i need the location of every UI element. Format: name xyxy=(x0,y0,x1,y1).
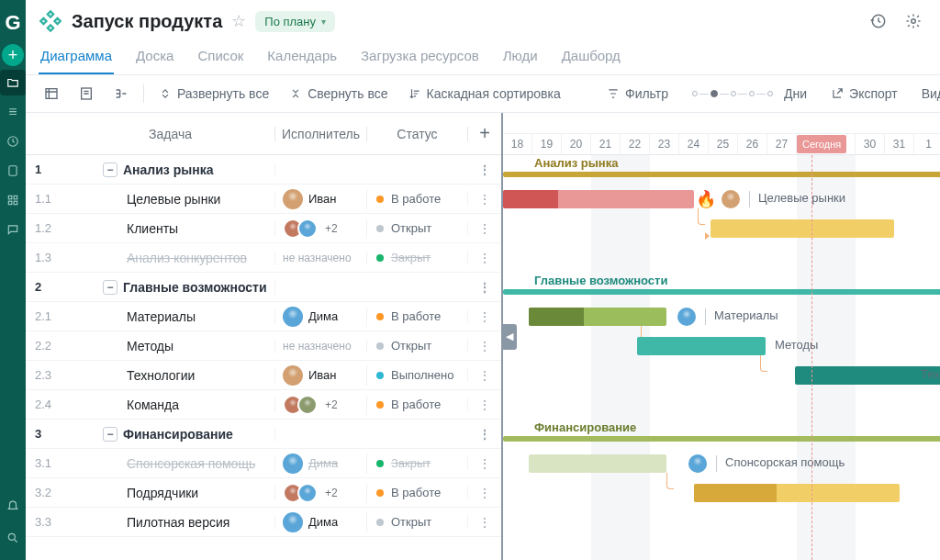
history-icon[interactable] xyxy=(867,9,890,33)
gantt-bar-label: Технологии xyxy=(921,367,940,381)
col-status[interactable]: Статус xyxy=(367,127,468,141)
row-menu-icon[interactable]: ⋮ xyxy=(468,162,501,177)
gantt-group-bar[interactable] xyxy=(503,289,940,295)
cascade-sort-button[interactable]: Каскадная сортировка xyxy=(403,83,566,105)
row-menu-icon[interactable]: ⋮ xyxy=(468,368,501,383)
avatar xyxy=(283,454,303,474)
svg-point-6 xyxy=(8,533,15,540)
filter-button[interactable]: Фильтр xyxy=(601,83,674,105)
row-menu-icon[interactable]: ⋮ xyxy=(468,251,501,265)
tab-dashboard[interactable]: Дашборд xyxy=(560,42,622,74)
task-row[interactable]: 3.3 Пилотная версия Дима Открыт ⋮ xyxy=(26,508,501,537)
svg-rect-3 xyxy=(14,196,17,199)
view-tabs: Диаграмма Доска Список Календарь Загрузк… xyxy=(26,39,940,75)
sidebar-folder-icon[interactable] xyxy=(0,70,26,95)
add-column-button[interactable]: + xyxy=(468,123,501,144)
sidebar-doc-icon[interactable] xyxy=(0,158,26,184)
row-menu-icon[interactable]: ⋮ xyxy=(468,339,501,353)
task-row[interactable]: 3.1 Спонсорская помощь Дима Закрыт ⋮ xyxy=(26,449,501,478)
avatar xyxy=(283,365,303,386)
svg-rect-1 xyxy=(9,166,17,176)
group-row[interactable]: 1 −Анализ рынка ⋮ xyxy=(26,155,501,185)
sidebar-add-button[interactable]: + xyxy=(2,44,24,66)
gantt-avatar xyxy=(687,453,709,475)
status-label: По плану xyxy=(264,15,316,28)
gantt-bar[interactable] xyxy=(694,484,900,502)
gantt-bar[interactable] xyxy=(637,337,766,355)
gantt-group-bar[interactable] xyxy=(503,172,940,177)
tab-list[interactable]: Список xyxy=(196,42,245,74)
sidebar-bell-icon[interactable] xyxy=(0,494,26,520)
gantt-bar[interactable] xyxy=(529,308,666,326)
tab-diagram[interactable]: Диаграмма xyxy=(39,42,114,74)
export-button[interactable]: Экспорт xyxy=(825,83,903,105)
sidebar-grid-icon[interactable] xyxy=(0,187,26,213)
more-icon[interactable]: ⋯ xyxy=(936,9,940,33)
row-menu-icon[interactable]: ⋮ xyxy=(468,192,501,207)
row-menu-icon[interactable]: ⋮ xyxy=(468,456,501,471)
sidebar-clock-icon[interactable] xyxy=(0,129,26,154)
task-row[interactable]: 3.2 Подрядчики +2 В работе ⋮ xyxy=(26,478,501,508)
group-row[interactable]: 2 −Главные возможности ⋮ xyxy=(26,273,501,302)
project-header: Запуск продукта ☆ По плану ▾ ⋯ xyxy=(26,0,940,39)
gantt-group-label: Главные возможности xyxy=(534,274,667,287)
gantt-bar-label: Спонсорская помощь xyxy=(725,455,845,469)
col-task[interactable]: Задача xyxy=(66,127,275,141)
star-icon[interactable]: ☆ xyxy=(231,11,246,31)
tab-calendar[interactable]: Календарь xyxy=(265,42,339,74)
gantt-chart[interactable]: ◀ 18 19 20 21 22 23 24 25 26 27 28 xyxy=(503,113,940,560)
tab-board[interactable]: Доска xyxy=(134,42,175,74)
columns-icon[interactable] xyxy=(39,83,64,105)
zoom-control[interactable]: Дни xyxy=(687,83,812,105)
row-menu-icon[interactable]: ⋮ xyxy=(468,221,501,236)
row-menu-icon[interactable]: ⋮ xyxy=(468,280,501,295)
row-menu-icon[interactable]: ⋮ xyxy=(468,309,501,324)
gantt-bar[interactable] xyxy=(795,366,940,385)
project-title: Запуск продукта xyxy=(72,11,222,32)
col-assignee[interactable]: Исполнитель xyxy=(275,127,367,141)
collapse-icon[interactable]: − xyxy=(103,162,118,177)
task-row[interactable]: 2.4 Команда +2 В работе ⋮ xyxy=(26,390,501,420)
tab-people[interactable]: Люди xyxy=(501,42,540,74)
app-logo: G xyxy=(5,7,20,40)
overdue-flame-icon: 🔥 xyxy=(696,189,716,209)
svg-rect-8 xyxy=(46,89,57,99)
task-row[interactable]: 1.1 Целевые рынки Иван В работе ⋮ xyxy=(26,185,501,214)
sidebar-menu-icon[interactable]: ≡ xyxy=(0,99,26,125)
group-row[interactable]: 3 −Финансирование ⋮ xyxy=(26,420,501,449)
project-status-pill[interactable]: По плану ▾ xyxy=(255,11,335,32)
task-row[interactable]: 1.2 Клиенты +2 Открыт ⋮ xyxy=(26,214,501,243)
avatar xyxy=(283,512,303,532)
today-line xyxy=(811,155,812,560)
project-icon xyxy=(39,9,62,33)
gantt-avatar xyxy=(676,306,698,328)
collapse-icon[interactable]: − xyxy=(103,427,118,442)
gantt-group-label: Финансирование xyxy=(534,420,636,434)
avatar xyxy=(283,189,303,209)
wbs-icon[interactable] xyxy=(108,83,134,105)
view-button[interactable]: Вид ▾ xyxy=(916,83,940,105)
row-menu-icon[interactable]: ⋮ xyxy=(468,515,501,530)
row-menu-icon[interactable]: ⋮ xyxy=(468,486,501,500)
tab-workload[interactable]: Загрузка ресурсов xyxy=(359,42,481,74)
collapse-icon[interactable]: − xyxy=(103,280,118,295)
task-pane-icon[interactable] xyxy=(73,83,99,105)
gantt-bar[interactable] xyxy=(711,219,894,238)
sidebar-search-icon[interactable] xyxy=(0,525,26,551)
expand-all-button[interactable]: Развернуть все xyxy=(153,83,274,105)
sidebar-chat-icon[interactable] xyxy=(0,217,26,242)
settings-icon[interactable] xyxy=(901,9,925,33)
row-menu-icon[interactable]: ⋮ xyxy=(468,427,501,442)
task-row[interactable]: 2.2 Методы не назначено Открыт ⋮ xyxy=(26,331,501,361)
collapse-all-button[interactable]: Свернуть все xyxy=(284,83,393,105)
row-menu-icon[interactable]: ⋮ xyxy=(468,398,501,412)
gantt-group-bar[interactable] xyxy=(503,436,940,442)
gantt-bar-label: Материалы xyxy=(714,308,778,322)
today-marker: Сегодня xyxy=(797,135,846,153)
svg-point-7 xyxy=(912,19,916,24)
task-row[interactable]: 1.3 Анализ конкурентов не назначено Закр… xyxy=(26,243,501,273)
task-row[interactable]: 2.1 Материалы Дима В работе ⋮ xyxy=(26,302,501,331)
task-row[interactable]: 2.3 Технологии Иван Выполнено ⋮ xyxy=(26,361,501,390)
gantt-bar[interactable] xyxy=(503,190,694,208)
gantt-bar[interactable] xyxy=(529,454,666,473)
